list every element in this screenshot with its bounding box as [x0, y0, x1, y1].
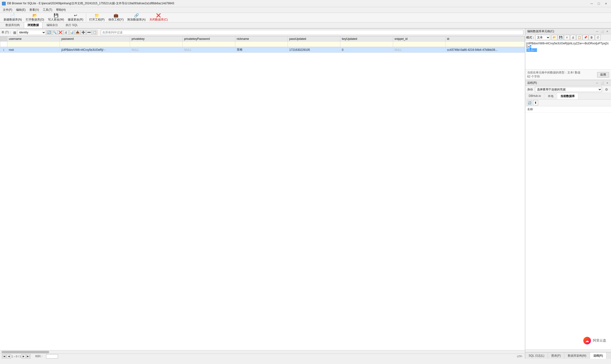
ec-print-button[interactable]: 🖨: [570, 35, 576, 40]
filter-id-input[interactable]: 过滤: [446, 42, 524, 47]
col-keyupdated[interactable]: keyUpdated: [340, 37, 393, 41]
print-button[interactable]: 🖨: [64, 30, 69, 35]
filter-input[interactable]: [101, 30, 523, 35]
filter-privatekeypassword-input[interactable]: 过滤: [183, 42, 235, 47]
open-project-button[interactable]: 📁 打开工程(P): [88, 13, 106, 22]
filter-snippetid-input[interactable]: 过滤: [393, 42, 445, 47]
menu-view[interactable]: 查看(V): [27, 7, 41, 13]
filter-privatekey-input[interactable]: 过滤: [130, 42, 182, 47]
tab-browse-data[interactable]: 浏览数据: [24, 22, 42, 28]
edit-cell-minimize-button[interactable]: ─: [595, 30, 599, 33]
col-nickname[interactable]: nickname: [235, 37, 288, 41]
close-button[interactable]: ×: [603, 1, 609, 6]
nav-prev-button[interactable]: ◀: [7, 354, 11, 359]
ec-delete-button[interactable]: 🗑: [589, 35, 595, 40]
edit-cell-footer: 当前在单元格中的数据的类型：文本/ 数值 62 个字符 应用: [525, 69, 611, 80]
edit-cell-content[interactable]: jUlPBdovVW8=#iCrxy5e3UOeRj/phLcyZZw==BoD…: [525, 41, 611, 69]
col-username[interactable]: username: [7, 37, 60, 41]
remote-panel-header-controls: ─ ⬜ ×: [595, 81, 609, 85]
tab-edit-pragmas[interactable]: 编辑杂注: [43, 22, 62, 28]
tab-execute-sql[interactable]: 执行 SQL: [62, 22, 81, 28]
menu-tools[interactable]: 工具(T): [41, 7, 54, 13]
maximize-button[interactable]: □: [596, 1, 602, 6]
data-table-wrap[interactable]: username password privatekey privatekeyP…: [0, 36, 525, 350]
import-csv-button[interactable]: 📥: [75, 30, 80, 35]
col-snippet-id[interactable]: snippet_id: [393, 37, 445, 41]
tab-sql-log[interactable]: SQL 日志(L): [525, 352, 548, 359]
filter-passupdated-input[interactable]: 过滤: [288, 42, 340, 47]
main-scrollbar[interactable]: [0, 350, 525, 353]
ec-open-button[interactable]: 📂: [552, 35, 557, 40]
col-privatekeypassword[interactable]: privatekeyPassword: [183, 37, 235, 41]
apply-button[interactable]: 应用: [597, 72, 609, 78]
goto-input[interactable]: 1: [46, 354, 58, 359]
filter-username-input[interactable]: 过滤: [8, 42, 59, 47]
write-changes-button[interactable]: 💾 写入更改(W): [46, 13, 66, 22]
tab-local[interactable]: 本地: [545, 93, 557, 99]
clear-table-button[interactable]: ❌: [58, 30, 63, 35]
cell-passupdated[interactable]: 1721630229105: [288, 47, 340, 53]
duplicate-record-button[interactable]: 📋: [92, 30, 97, 35]
attach-database-button[interactable]: 🔗 附加数据库(A): [126, 13, 147, 22]
remote-close-button[interactable]: ×: [606, 81, 609, 85]
refresh-table-button[interactable]: 🔄: [46, 30, 52, 35]
close-database-button[interactable]: ❌ 关闭数据库(C): [148, 13, 170, 22]
remote-refresh-button[interactable]: 🔄: [527, 100, 532, 105]
open-database-button[interactable]: 📂 打开数据库(O): [24, 13, 46, 22]
remote-minimize-button[interactable]: ─: [595, 81, 599, 85]
remote-settings-button[interactable]: ⚙: [604, 87, 609, 92]
menu-edit[interactable]: 编辑(E): [14, 7, 27, 13]
nav-next-button[interactable]: ▶: [22, 354, 26, 359]
revert-changes-button[interactable]: ↩ 撤退更改(R): [66, 13, 85, 22]
remote-panel: 远程(R) ─ ⬜ × 身份 选择要用于连接的凭据 ⚙ DBHub.io 本地 …: [525, 80, 611, 352]
col-password[interactable]: password: [60, 37, 130, 41]
export-csv-button[interactable]: 📊: [69, 30, 74, 35]
cell-nickname[interactable]: 里根: [235, 47, 288, 53]
save-project-button[interactable]: 💼 保存工程(Y): [107, 13, 125, 22]
ec-save-button[interactable]: 💾: [558, 35, 563, 40]
ec-copy-button[interactable]: 📋: [576, 35, 582, 40]
cell-keyupdated[interactable]: 0: [340, 47, 393, 53]
cell-privatekeypassword[interactable]: NULL: [183, 47, 235, 53]
toolbar-group-db: 📄 新建数据库(N) 📂 打开数据库(O) 💾 写入更改(W) ↩ 撤退更改(R…: [1, 13, 86, 22]
cell-password[interactable]: jUlPBdovVW8=#iCrxy5e3UOeRj/···: [60, 47, 130, 53]
edit-cell-close-button[interactable]: ×: [606, 30, 609, 33]
cell-username[interactable]: root: [7, 47, 60, 53]
tab-remote[interactable]: 远程(R): [590, 352, 607, 359]
col-id[interactable]: id: [445, 37, 525, 41]
add-record-button[interactable]: ➕: [81, 30, 86, 35]
remote-scrollbar[interactable]: [525, 349, 611, 352]
delete-record-button[interactable]: ➖: [86, 30, 92, 35]
mode-select[interactable]: 文本 二进制 NULL: [535, 35, 550, 40]
clear-filter-button[interactable]: 🔍: [52, 30, 57, 35]
ec-align-left-button[interactable]: ≡: [564, 35, 570, 40]
remote-float-button[interactable]: ⬜: [599, 81, 605, 85]
tab-dbhub[interactable]: DBHub.io: [525, 93, 545, 99]
new-database-button[interactable]: 📄 新建数据库(N): [2, 13, 24, 22]
nav-first-button[interactable]: |◀: [2, 354, 6, 359]
table-select[interactable]: identity: [17, 30, 46, 35]
ec-paste-button[interactable]: 📌: [583, 35, 588, 40]
cell-id[interactable]: cc43749d-0a86-4216-94b4-47b9bb39...: [445, 47, 525, 53]
table-row[interactable]: 1 root jUlPBdovVW8=#iCrxy5e3UOeRj/··· NU…: [0, 47, 525, 53]
menu-file[interactable]: 文件(F): [1, 7, 14, 13]
scroll-thumb[interactable]: [1, 351, 49, 353]
nav-last-button[interactable]: ▶|: [26, 354, 30, 359]
tab-db-structure[interactable]: 数据库结构: [2, 22, 23, 28]
cell-snippetid[interactable]: NULL: [393, 47, 445, 53]
credential-select[interactable]: 选择要用于连接的凭据: [535, 87, 602, 92]
edit-cell-float-button[interactable]: ⬜: [599, 30, 605, 33]
filter-nickname-input[interactable]: 过滤: [236, 42, 287, 47]
tab-db-schema[interactable]: 数据库架构(M): [564, 352, 590, 359]
tab-current-db[interactable]: 当前数据库: [557, 93, 578, 99]
menu-help[interactable]: 帮助(H): [54, 7, 68, 13]
col-passupdated[interactable]: passUpdated: [288, 37, 340, 41]
cell-privatekey[interactable]: NULL: [130, 47, 183, 53]
tab-chart[interactable]: 图表(P): [548, 352, 564, 359]
filter-keyupdated-input[interactable]: 过滤: [341, 42, 392, 47]
remote-upload-button[interactable]: ⬆: [533, 100, 538, 105]
minimize-button[interactable]: ─: [589, 1, 595, 6]
ec-null-button[interactable]: ∅: [595, 35, 601, 40]
filter-password-input[interactable]: 过滤: [60, 42, 130, 47]
col-privatekey[interactable]: privatekey: [130, 37, 183, 41]
